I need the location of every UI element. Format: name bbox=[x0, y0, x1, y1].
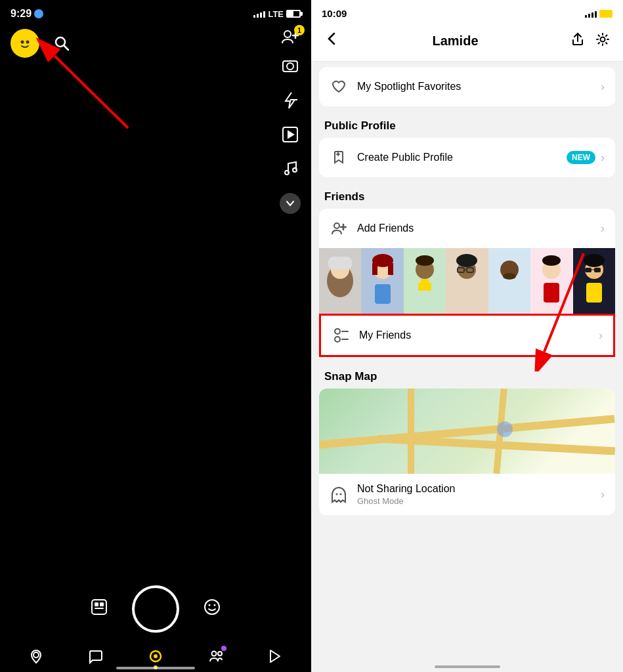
svg-point-73 bbox=[340, 493, 342, 495]
nav-camera[interactable] bbox=[146, 647, 165, 665]
signal-bar-2 bbox=[257, 14, 259, 18]
svg-rect-44 bbox=[375, 284, 391, 304]
friends-notification-dot bbox=[221, 646, 226, 651]
not-sharing-label: Not Sharing Location bbox=[357, 483, 455, 495]
battery-fill bbox=[288, 11, 293, 16]
svg-point-67 bbox=[335, 337, 340, 342]
add-person-icon bbox=[330, 219, 348, 238]
ghost-svg bbox=[331, 486, 347, 503]
friends-avatars-banner: ♥♥ bbox=[319, 248, 615, 314]
ghost-mode-label: Ghost Mode bbox=[357, 496, 455, 506]
svg-rect-65 bbox=[586, 283, 602, 303]
avatar-6-svg: ♥♥ bbox=[532, 251, 571, 310]
my-friends-left: My Friends bbox=[332, 326, 411, 345]
status-right: LTE bbox=[253, 9, 301, 19]
right-panel: 10:09 Lamide bbox=[311, 0, 623, 672]
nav-spotlight[interactable] bbox=[267, 648, 283, 664]
avatar-7-svg bbox=[574, 251, 614, 310]
shutter-button[interactable] bbox=[132, 585, 179, 633]
my-friends-item[interactable]: My Friends › bbox=[319, 314, 615, 357]
music-button[interactable] bbox=[283, 159, 297, 180]
spotlight-favorites-item[interactable]: My Spotlight Favorites › bbox=[319, 67, 615, 106]
camera-bottom-controls bbox=[0, 585, 311, 633]
chat-nav-icon bbox=[87, 648, 103, 664]
my-friends-wrapper: My Friends › bbox=[319, 314, 615, 357]
svg-rect-19 bbox=[100, 602, 104, 606]
time-text: 9:29 bbox=[11, 8, 32, 20]
r-bar-4 bbox=[595, 11, 597, 18]
add-friends-item[interactable]: Add Friends › bbox=[319, 209, 615, 248]
add-friends-left: Add Friends bbox=[330, 219, 414, 238]
svg-point-23 bbox=[214, 604, 216, 606]
friends-list-svg bbox=[332, 327, 349, 344]
svg-point-58 bbox=[542, 255, 561, 266]
search-icon bbox=[53, 35, 70, 52]
camera-controls-row bbox=[90, 585, 221, 633]
svg-rect-18 bbox=[95, 602, 98, 606]
settings-button[interactable] bbox=[595, 32, 610, 50]
lte-label: LTE bbox=[268, 9, 284, 19]
my-friends-label: My Friends bbox=[359, 329, 411, 341]
nav-friends[interactable] bbox=[208, 648, 224, 664]
svg-point-15 bbox=[285, 171, 289, 175]
search-button[interactable] bbox=[50, 32, 74, 55]
bitmoji-avatar[interactable] bbox=[11, 29, 39, 58]
media-icon bbox=[282, 126, 299, 143]
bookmark-add-icon bbox=[330, 148, 348, 167]
add-friends-card: Add Friends › bbox=[319, 209, 615, 248]
heart-svg bbox=[332, 79, 346, 94]
svg-rect-48 bbox=[421, 279, 429, 284]
music-icon bbox=[283, 159, 297, 177]
nav-map[interactable] bbox=[28, 648, 44, 664]
svg-point-33 bbox=[334, 223, 339, 228]
svg-point-50 bbox=[456, 254, 477, 267]
right-status-bar: 10:09 bbox=[311, 0, 623, 23]
profile-title: Lamide bbox=[432, 33, 478, 49]
snap-map-card: Not Sharing Location Ghost Mode › bbox=[319, 388, 615, 515]
right-status-right bbox=[585, 10, 612, 18]
svg-marker-14 bbox=[288, 131, 293, 138]
back-button[interactable] bbox=[324, 31, 340, 51]
add-friend-button[interactable]: 1 bbox=[281, 29, 299, 45]
header-actions bbox=[570, 32, 610, 50]
svg-point-26 bbox=[154, 654, 158, 658]
ghost-mode-chevron: › bbox=[601, 488, 605, 501]
location-icon bbox=[34, 9, 43, 18]
svg-marker-29 bbox=[270, 650, 280, 662]
avatar-2 bbox=[361, 248, 403, 314]
map-nav-icon bbox=[28, 648, 44, 664]
flash-button[interactable] bbox=[283, 91, 297, 113]
right-signal-bars bbox=[585, 10, 597, 18]
camera-top-right: 1 bbox=[280, 29, 301, 214]
svg-point-30 bbox=[601, 37, 605, 41]
svg-point-0 bbox=[13, 32, 37, 55]
left-panel: 9:29 LTE bbox=[0, 0, 311, 672]
svg-rect-43 bbox=[388, 263, 393, 275]
expand-button[interactable] bbox=[280, 193, 301, 214]
spotlight-favorites-card: My Spotlight Favorites › bbox=[319, 67, 615, 106]
stickers-button[interactable] bbox=[90, 598, 108, 620]
emoji-button[interactable] bbox=[203, 598, 221, 620]
map-thumbnail[interactable] bbox=[319, 388, 615, 474]
svg-point-72 bbox=[336, 493, 338, 495]
spotlight-chevron: › bbox=[601, 80, 605, 94]
svg-point-46 bbox=[416, 255, 434, 266]
r-bar-1 bbox=[585, 15, 587, 18]
ghost-mode-text: Not Sharing Location Ghost Mode bbox=[357, 483, 455, 506]
avatar-6: ♥♥ bbox=[530, 248, 572, 314]
avatar-1 bbox=[319, 248, 361, 314]
ghost-mode-left: Not Sharing Location Ghost Mode bbox=[330, 483, 455, 506]
avatar-2-svg bbox=[363, 251, 402, 310]
spotlight-label: My Spotlight Favorites bbox=[357, 81, 461, 93]
spotlight-nav-icon bbox=[267, 648, 283, 664]
svg-point-11 bbox=[287, 63, 293, 70]
avatar-5-svg bbox=[490, 251, 529, 310]
nav-chat[interactable] bbox=[87, 648, 103, 664]
flip-camera-button[interactable] bbox=[282, 58, 299, 78]
ghost-mode-item[interactable]: Not Sharing Location Ghost Mode › bbox=[319, 474, 615, 515]
media-button[interactable] bbox=[282, 126, 299, 146]
bookmark-svg bbox=[332, 150, 346, 165]
share-button[interactable] bbox=[570, 32, 585, 50]
create-public-profile-item[interactable]: Create Public Profile NEW › bbox=[319, 138, 615, 177]
svg-rect-42 bbox=[372, 263, 377, 275]
